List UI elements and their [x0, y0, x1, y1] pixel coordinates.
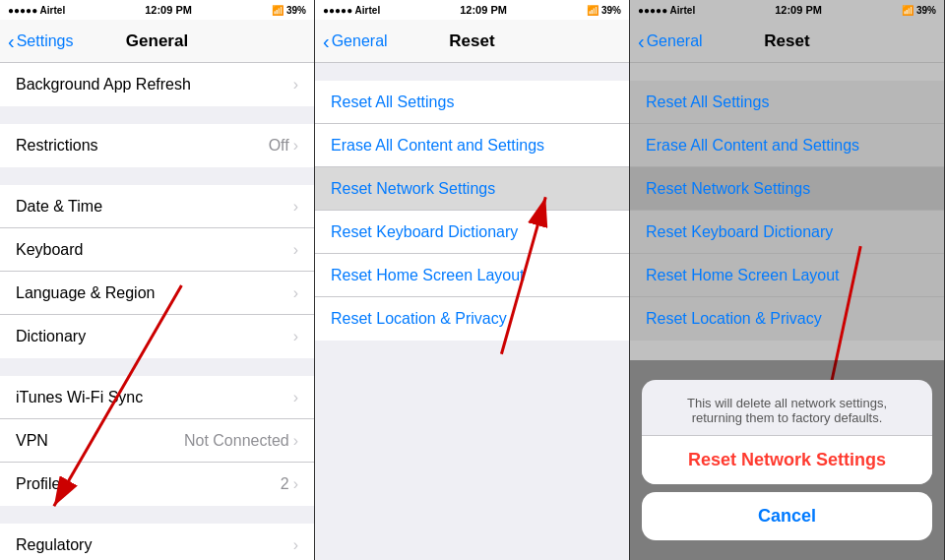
settings-list-2: Reset All Settings Erase All Content and… [315, 63, 629, 560]
label-reset-home-2: Reset Home Screen Layout [331, 267, 525, 284]
item-dictionary[interactable]: Dictionary › [0, 315, 314, 358]
value-date-time: › [293, 198, 298, 216]
label-reset-keyboard-2: Reset Keyboard Dictionary [331, 223, 518, 241]
value-keyboard: › [293, 241, 298, 259]
label-reset-home-3: Reset Home Screen Layout [646, 267, 840, 284]
item-keyboard[interactable]: Keyboard › [0, 228, 314, 272]
item-reset-home-3[interactable]: Reset Home Screen Layout [630, 254, 944, 297]
chevron-icon-itunes: › [293, 389, 298, 406]
time-2: 12:09 PM [460, 4, 507, 16]
label-reset-keyboard-3: Reset Keyboard Dictionary [646, 223, 833, 241]
divider-3 [0, 358, 314, 376]
value-vpn: Not Connected › [184, 432, 298, 450]
modal-message: This will delete all network settings, r… [642, 380, 932, 436]
item-restrictions[interactable]: Restrictions Off › [0, 124, 314, 167]
value-dictionary: › [293, 328, 298, 345]
modal-cancel-button[interactable]: Cancel [642, 492, 932, 540]
chevron-icon-reg: › [293, 536, 298, 554]
chevron-left-icon-2: ‹ [323, 31, 330, 51]
value-itunes-wifi: › [293, 389, 298, 406]
item-reset-all-settings-3[interactable]: Reset All Settings [630, 81, 944, 124]
label-reset-location-3: Reset Location & Privacy [646, 310, 822, 328]
group-datetime: Date & Time › Keyboard › Language & Regi… [0, 185, 314, 358]
value-background-app-refresh: › [293, 76, 298, 93]
label-background-app-refresh: Background App Refresh [16, 76, 191, 93]
chevron-icon-restrictions: › [293, 137, 298, 155]
item-profiles[interactable]: Profiles 2 › [0, 463, 314, 506]
panel-reset: ●●●●● Airtel 12:09 PM 📶 39% ‹ General Re… [315, 0, 630, 560]
label-restrictions: Restrictions [16, 137, 98, 155]
item-regulatory[interactable]: Regulatory › [0, 524, 314, 560]
settings-list-1: Background App Refresh › Restrictions Of… [0, 63, 314, 560]
item-reset-home-2[interactable]: Reset Home Screen Layout [315, 254, 629, 297]
time-3: 12:09 PM [775, 4, 822, 16]
group-background: Background App Refresh › [0, 63, 314, 106]
back-label-1: Settings [17, 32, 74, 50]
back-label-2: General [332, 32, 388, 50]
nav-bar-3: ‹ General Reset [630, 20, 944, 63]
status-bar-1: ●●●●● Airtel 12:09 PM 📶 39% [0, 0, 314, 20]
item-reset-keyboard-3[interactable]: Reset Keyboard Dictionary [630, 211, 944, 254]
item-reset-keyboard-2[interactable]: Reset Keyboard Dictionary [315, 211, 629, 254]
label-regulatory: Regulatory [16, 536, 92, 554]
item-reset-location-3[interactable]: Reset Location & Privacy [630, 297, 944, 341]
label-erase-all-2: Erase All Content and Settings [331, 137, 544, 155]
chevron-left-icon-1: ‹ [8, 31, 15, 51]
value-profiles: 2 › [281, 475, 298, 493]
divider-top-2 [315, 63, 629, 81]
item-itunes-wifi[interactable]: iTunes Wi-Fi Sync › [0, 376, 314, 419]
item-reset-network-3[interactable]: Reset Network Settings [630, 167, 944, 211]
item-reset-location-2[interactable]: Reset Location & Privacy [315, 297, 629, 341]
carrier-3: ●●●●● Airtel [638, 5, 695, 16]
carrier-1: ●●●●● Airtel [8, 5, 65, 16]
item-date-time[interactable]: Date & Time › [0, 185, 314, 228]
wifi-icon-1: 📶 [272, 5, 284, 16]
value-regulatory: › [293, 536, 298, 554]
back-button-3[interactable]: ‹ General [638, 31, 703, 51]
item-reset-network-2[interactable]: Reset Network Settings [315, 167, 629, 211]
back-button-1[interactable]: ‹ Settings [8, 31, 73, 51]
nav-title-1: General [126, 31, 188, 51]
status-left-3: ●●●●● Airtel [638, 5, 695, 16]
label-itunes-wifi: iTunes Wi-Fi Sync [16, 389, 143, 406]
back-button-2[interactable]: ‹ General [323, 31, 388, 51]
label-keyboard: Keyboard [16, 241, 84, 259]
status-right-1: 📶 39% [272, 5, 306, 16]
value-language-region: › [293, 284, 298, 302]
status-left-2: ●●●●● Airtel [323, 5, 380, 16]
modal-reset-button[interactable]: Reset Network Settings [642, 436, 932, 484]
label-language-region: Language & Region [16, 284, 155, 302]
battery-1: 39% [286, 5, 306, 16]
panel-general: ●●●●● Airtel 12:09 PM 📶 39% ‹ Settings G… [0, 0, 315, 560]
item-language-region[interactable]: Language & Region › [0, 272, 314, 315]
wifi-icon-2: 📶 [587, 5, 598, 16]
item-reset-all-settings-2[interactable]: Reset All Settings [315, 81, 629, 124]
nav-bar-1: ‹ Settings General [0, 20, 314, 63]
chevron-icon-profiles: › [293, 475, 298, 493]
item-background-app-refresh[interactable]: Background App Refresh › [0, 63, 314, 106]
chevron-icon-dt: › [293, 198, 298, 216]
label-erase-all-3: Erase All Content and Settings [646, 137, 859, 155]
carrier-2: ●●●●● Airtel [323, 5, 380, 16]
battery-2: 39% [601, 5, 621, 16]
divider-4 [0, 506, 314, 524]
group-reset-items-3: Reset All Settings Erase All Content and… [630, 81, 944, 341]
battery-3: 39% [916, 5, 936, 16]
back-label-3: General [647, 32, 703, 50]
group-restrictions: Restrictions Off › [0, 124, 314, 167]
chevron-icon: › [293, 76, 298, 93]
item-erase-all-3[interactable]: Erase All Content and Settings [630, 124, 944, 167]
item-erase-all-2[interactable]: Erase All Content and Settings [315, 124, 629, 167]
value-restrictions: Off › [269, 137, 298, 155]
chevron-left-icon-3: ‹ [638, 31, 645, 51]
label-vpn: VPN [16, 432, 48, 450]
panel-reset-confirm: ●●●●● Airtel 12:09 PM 📶 39% ‹ General Re… [630, 0, 945, 560]
label-profiles: Profiles [16, 475, 68, 493]
nav-title-2: Reset [449, 31, 494, 51]
chevron-icon-dict: › [293, 328, 298, 345]
modal-box: This will delete all network settings, r… [642, 380, 932, 484]
label-reset-location-2: Reset Location & Privacy [331, 310, 507, 328]
divider-1 [0, 106, 314, 124]
label-reset-all-3: Reset All Settings [646, 93, 769, 111]
item-vpn[interactable]: VPN Not Connected › [0, 419, 314, 463]
